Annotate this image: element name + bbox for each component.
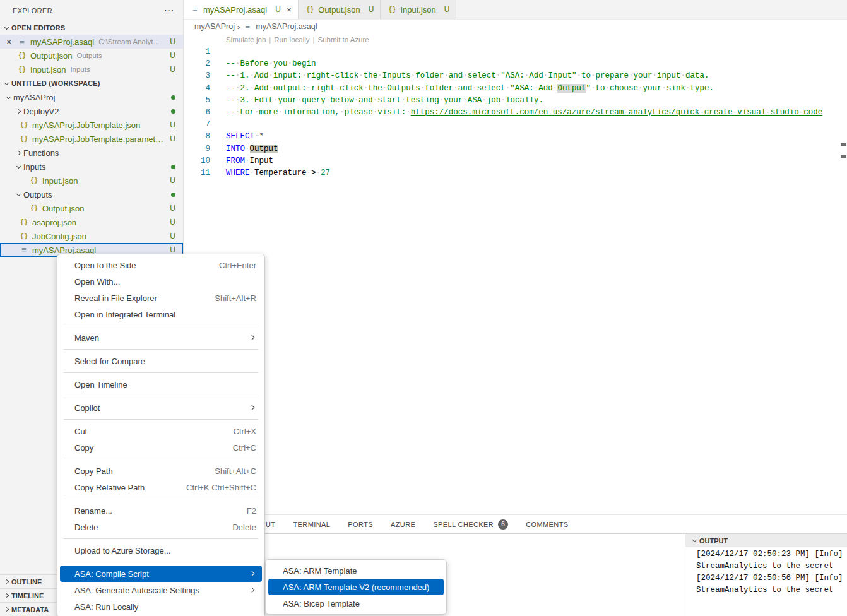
menu-item[interactable]: Reveal in File ExplorerShift+Alt+R <box>60 290 262 306</box>
git-status-badge: U <box>166 65 175 74</box>
menu-item[interactable]: Select for Compare <box>60 353 262 369</box>
open-editor-item[interactable]: ✕≡myASAProj.asaqlC:\Stream Analyt...U <box>0 35 183 49</box>
breadcrumb-item[interactable]: ≡myASAProj.asaql <box>242 22 317 32</box>
menu-item[interactable]: Upload to Azure Storage... <box>60 542 262 559</box>
file-name: asaproj.json <box>32 218 76 227</box>
close-icon[interactable]: ✕ <box>287 6 292 13</box>
whitespace-dot: · <box>278 108 283 117</box>
menu-item[interactable]: Copy PathShift+Alt+C <box>60 463 262 479</box>
codelens-action[interactable]: Run locally <box>274 36 309 44</box>
whitespace-dot: · <box>463 71 468 80</box>
menu-item[interactable]: Copy Relative PathCtrl+K Ctrl+Shift+C <box>60 479 262 495</box>
explorer-title: EXPLORER <box>13 7 52 15</box>
tree-file-item[interactable]: {}myASAProj.JobTemplate.jsonU <box>0 118 183 132</box>
menu-item[interactable]: ASA: Generate Autoscale Settings <box>60 582 262 598</box>
panel-tab-spell-checker[interactable]: SPELL CHECKER6 <box>433 519 508 530</box>
open-editors-header[interactable]: OPEN EDITORS <box>0 21 183 35</box>
code-text: --·Before·you·begin <box>210 58 316 70</box>
whitespace-dot: · <box>235 59 240 68</box>
tree-folder-item[interactable]: DeployV2 <box>0 104 183 118</box>
whitespace-dot: · <box>269 59 274 68</box>
chevron-down-icon <box>16 191 21 196</box>
more-actions-icon[interactable]: ⋯ <box>164 6 174 16</box>
code-line: 1 <box>184 46 847 58</box>
panel-tab-label: PORTS <box>348 521 373 528</box>
editor-tab[interactable]: ≡myASAProj.asaqlU✕ <box>184 0 299 19</box>
menu-item[interactable]: ASA: ARM Template <box>268 562 444 579</box>
whitespace-dot: · <box>254 132 259 141</box>
folder-name: Functions <box>23 148 59 158</box>
open-editors-label: OPEN EDITORS <box>11 24 65 32</box>
open-editor-item[interactable]: {}Input.jsonInputsU <box>0 62 183 76</box>
code-lines: 12--·Before·you·begin3--·1.·Add·input:·r… <box>184 46 847 179</box>
menu-item-label: ASA: ARM Template <box>283 566 438 576</box>
line-number: 11 <box>184 167 210 179</box>
menu-item[interactable]: ASA: Compile Script <box>60 566 262 582</box>
tree-file-item[interactable]: {}Input.jsonU <box>0 174 183 187</box>
panel-tab-ports[interactable]: PORTS <box>348 521 373 528</box>
editor-tab[interactable]: {}Input.jsonU <box>381 0 456 19</box>
code-token: Output <box>557 84 586 93</box>
menu-item-label: ASA: Run Locally <box>74 602 256 612</box>
tree-file-item[interactable]: {}Output.jsonU <box>0 201 183 215</box>
panel-tab-terminal[interactable]: TERMINAL <box>293 521 330 528</box>
menu-item[interactable]: Maven <box>60 329 262 346</box>
whitespace-dot: · <box>444 71 449 80</box>
whitespace-dot: · <box>605 84 610 93</box>
close-icon[interactable]: ✕ <box>6 38 17 45</box>
whitespace-dot: · <box>662 84 667 93</box>
json-file-icon: {} <box>387 6 397 13</box>
menu-item-label: Reveal in File Explorer <box>74 293 199 303</box>
codelens-action[interactable]: Submit to Azure <box>318 36 369 44</box>
code-link[interactable]: https://docs.microsoft.com/en-us/azure/s… <box>411 108 823 117</box>
open-editor-item[interactable]: {}Output.jsonOutputsU <box>0 49 183 62</box>
menu-item[interactable]: Open in Integrated Terminal <box>60 306 262 323</box>
tree-file-item[interactable]: {}myASAProj.JobTemplate.parameter...U <box>0 132 183 146</box>
code-line: 7 <box>184 119 847 131</box>
menu-item[interactable]: CutCtrl+X <box>60 423 262 439</box>
code-editor[interactable]: Simulate job|Run locally|Submit to Azure… <box>184 33 847 514</box>
panel-tab-label: SPELL CHECKER <box>433 521 494 528</box>
modified-dot <box>171 109 175 114</box>
output-log-line: StreamAnalytics to the secret <box>685 560 847 572</box>
output-section-header[interactable]: OUTPUT <box>685 534 847 547</box>
output-log-line: StreamAnalytics to the secret <box>685 584 847 596</box>
whitespace-dot: · <box>235 96 240 105</box>
output-log-list: [2024/12/17 02:50:23 PM] [Info]StreamAna… <box>685 547 847 616</box>
panel-tab-ut[interactable]: UT <box>266 521 275 528</box>
tree-folder-item[interactable]: myASAProj <box>0 90 183 104</box>
menu-item[interactable]: ASA: Run Locally <box>60 598 262 615</box>
menu-item[interactable]: ASA: Bicep Template <box>268 595 444 612</box>
line-number: 4 <box>184 83 210 95</box>
tree-folder-item[interactable]: Outputs <box>0 187 183 201</box>
code-token: WHERE <box>226 169 250 177</box>
code-token: --·For·more·information,·please·visit:· <box>226 108 411 117</box>
tree-folder-item[interactable]: Functions <box>0 146 183 160</box>
panel-tab-azure[interactable]: AZURE <box>391 521 415 528</box>
menu-item[interactable]: Copilot <box>60 400 262 416</box>
menu-item[interactable]: Open Timeline <box>60 376 262 393</box>
git-status-badge: U <box>166 51 175 60</box>
menu-item[interactable]: Open to the SideCtrl+Enter <box>60 257 262 273</box>
tree-file-item[interactable]: {}asaproj.jsonU <box>0 215 183 229</box>
menu-item[interactable]: Rename...F2 <box>60 502 262 519</box>
breadcrumb-item[interactable]: myASAProj <box>194 22 235 31</box>
menu-item-shortcut: Ctrl+X <box>234 427 256 436</box>
menu-item[interactable]: Open With... <box>60 273 262 290</box>
workspace-header[interactable]: UNTITLED (WORKSPACE) <box>0 76 183 90</box>
menu-item-label: Copy Path <box>74 466 199 476</box>
codelens-action[interactable]: Simulate job <box>226 36 266 44</box>
whitespace-dot: · <box>411 71 416 80</box>
menu-item-shortcut: Ctrl+K Ctrl+Shift+C <box>186 483 256 492</box>
menu-item[interactable]: CopyCtrl+C <box>60 439 262 456</box>
editor-tab[interactable]: {}Output.jsonU <box>299 0 381 19</box>
menu-item[interactable]: DeleteDelete <box>60 519 262 535</box>
whitespace-dot: · <box>534 84 539 93</box>
tree-file-item[interactable]: {}JobConfig.jsonU <box>0 229 183 243</box>
panel-tab-comments[interactable]: COMMENTS <box>526 521 568 528</box>
tree-folder-item[interactable]: Inputs <box>0 160 183 174</box>
menu-item[interactable]: ASA: ARM Template V2 (recommended) <box>268 579 444 595</box>
submenu-arrow-icon <box>249 571 254 576</box>
whitespace-dot: · <box>245 145 250 153</box>
code-text: WHERE·Temperature·>·27 <box>210 167 330 179</box>
